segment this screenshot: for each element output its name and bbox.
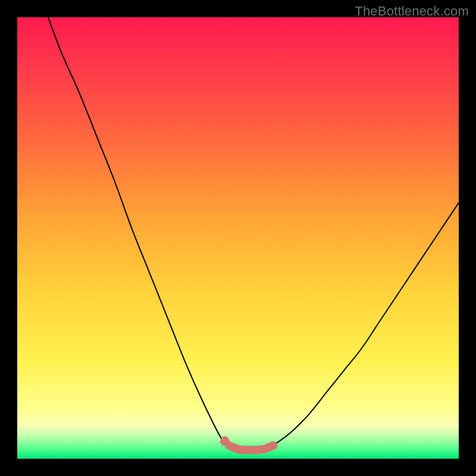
bottom-flat-highlight	[229, 446, 273, 450]
accent-dot	[220, 436, 230, 446]
plot-area	[17, 17, 459, 459]
right-curve	[273, 203, 459, 446]
watermark-text: TheBottleneck.com	[355, 4, 469, 19]
left-curve	[48, 17, 229, 446]
chart-frame: TheBottleneck.com	[0, 0, 476, 476]
chart-svg	[17, 17, 459, 459]
